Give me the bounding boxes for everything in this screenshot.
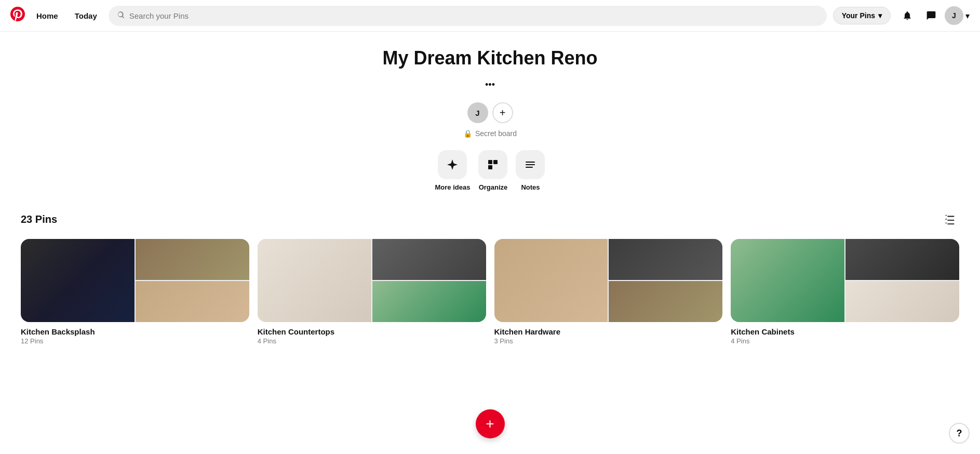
user-avatar[interactable]: J: [945, 6, 963, 25]
board-card[interactable]: Kitchen Countertops4 Pins: [258, 239, 486, 345]
board-pin-count: 12 Pins: [21, 337, 249, 345]
notes-icon: [516, 150, 545, 179]
board-card[interactable]: Kitchen Hardware3 Pins: [494, 239, 723, 345]
board-pin-count: 3 Pins: [494, 337, 723, 345]
board-top-right-image: [372, 239, 486, 280]
filter-button[interactable]: [941, 210, 959, 229]
notes-label: Notes: [521, 183, 540, 191]
svg-rect-0: [488, 160, 492, 164]
svg-rect-4: [526, 164, 535, 165]
user-dropdown-chevron: ▾: [965, 11, 970, 21]
search-bar: [109, 6, 827, 26]
board-image-container: [21, 239, 249, 322]
board-image-container: [494, 239, 723, 322]
your-pins-label: Your Pins: [842, 11, 875, 20]
chevron-down-icon: ▾: [878, 11, 882, 20]
today-link[interactable]: Today: [70, 7, 102, 24]
boards-grid: Kitchen Backsplash12 PinsKitchen Counter…: [21, 239, 959, 345]
collaborator-avatar[interactable]: J: [467, 102, 488, 123]
notes-button[interactable]: Notes: [516, 150, 545, 191]
board-main-image: [21, 239, 135, 322]
board-pin-count: 4 Pins: [258, 337, 486, 345]
action-buttons: More ideas Organize: [21, 150, 959, 191]
board-image-container: [258, 239, 486, 322]
pins-count: 23 Pins: [21, 213, 57, 225]
home-link[interactable]: Home: [31, 7, 63, 24]
pinterest-logo[interactable]: [10, 7, 25, 25]
board-card[interactable]: Kitchen Cabinets4 Pins: [731, 239, 959, 345]
organize-icon: [478, 150, 507, 179]
main-content: My Dream Kitchen Reno ••• J + 🔒 Secret b…: [0, 32, 980, 360]
board-header: My Dream Kitchen Reno ••• J + 🔒 Secret b…: [21, 47, 959, 191]
board-image-container: [731, 239, 959, 322]
board-main-image: [494, 239, 608, 322]
organize-button[interactable]: Organize: [478, 150, 507, 191]
search-icon: [117, 11, 125, 21]
organize-label: Organize: [479, 183, 508, 191]
board-top-right-image: [609, 239, 722, 280]
board-name: Kitchen Hardware: [494, 327, 723, 336]
more-options-button[interactable]: •••: [481, 75, 500, 94]
board-card[interactable]: Kitchen Backsplash12 Pins: [21, 239, 249, 345]
collaborators: J +: [21, 102, 959, 123]
board-title: My Dream Kitchen Reno: [21, 47, 959, 69]
board-top-right-image: [136, 239, 249, 280]
svg-rect-1: [493, 160, 498, 164]
lock-icon: 🔒: [463, 129, 472, 138]
board-pin-count: 4 Pins: [731, 337, 959, 345]
board-bottom-right-image: [845, 281, 959, 322]
nav-icons: J ▾: [897, 5, 970, 26]
more-options-icon: •••: [485, 79, 495, 90]
svg-rect-3: [526, 162, 535, 163]
board-name: Kitchen Countertops: [258, 327, 486, 336]
add-collaborator-button[interactable]: +: [492, 102, 513, 123]
board-top-right-image: [845, 239, 959, 280]
secret-board-label: 🔒 Secret board: [21, 129, 959, 138]
svg-rect-5: [526, 167, 533, 168]
board-name: Kitchen Backsplash: [21, 327, 249, 336]
search-input[interactable]: [129, 11, 818, 20]
notification-button[interactable]: [897, 5, 918, 26]
more-ideas-icon: [438, 150, 467, 179]
board-bottom-right-image: [136, 281, 249, 322]
more-ideas-button[interactable]: More ideas: [435, 150, 471, 191]
board-bottom-right-image: [372, 281, 486, 322]
svg-rect-2: [488, 165, 492, 169]
board-main-image: [258, 239, 371, 322]
board-name: Kitchen Cabinets: [731, 327, 959, 336]
messages-button[interactable]: [921, 5, 942, 26]
board-bottom-right-image: [609, 281, 722, 322]
pins-header: 23 Pins: [21, 210, 959, 229]
user-menu[interactable]: J ▾: [945, 6, 970, 25]
your-pins-button[interactable]: Your Pins ▾: [833, 7, 891, 24]
board-main-image: [731, 239, 844, 322]
navbar: Home Today Your Pins ▾ J ▾: [0, 0, 980, 32]
more-ideas-label: More ideas: [435, 183, 471, 191]
